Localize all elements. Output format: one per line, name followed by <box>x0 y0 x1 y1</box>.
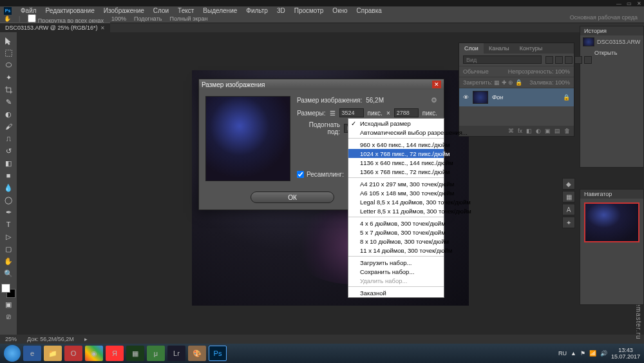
panel-icon-adjust[interactable]: A <box>562 204 575 215</box>
blend-mode-label[interactable]: Обычные <box>463 68 489 75</box>
dropdown-item[interactable]: A6 105 x 148 мм, 300 точек/дюйм <box>348 188 444 197</box>
taskbar-yandex[interactable]: Я <box>106 346 124 361</box>
delete-icon[interactable]: 🗑 <box>564 128 570 134</box>
stamp-tool[interactable]: ⎍ <box>1 133 15 144</box>
menu-edit[interactable]: Редактирование <box>46 7 95 14</box>
dropdown-item[interactable]: Сохранить набор... <box>348 267 444 276</box>
dropdown-item[interactable]: Исходный размер <box>348 119 444 128</box>
tray-sound-icon[interactable]: 🔊 <box>600 350 607 357</box>
fill-value[interactable]: 100% <box>555 79 570 86</box>
resample-checkbox[interactable] <box>297 171 304 178</box>
layer-name[interactable]: Фон <box>492 94 559 101</box>
dodge-tool[interactable]: ◯ <box>1 194 15 206</box>
panel-icon-swatches[interactable]: ▦ <box>562 191 575 202</box>
tab-navigator[interactable]: Навигатор <box>580 190 643 199</box>
taskbar-photoshop[interactable]: Ps <box>209 346 227 361</box>
menu-help[interactable]: Справка <box>357 7 382 14</box>
screenmode-tool[interactable]: ⎚ <box>1 311 15 322</box>
taskbar-explorer[interactable]: 📁 <box>44 346 62 361</box>
document-tab[interactable]: DSC03153.ARW @ 25% (RGB/16*) ✕ <box>0 23 110 32</box>
lasso-tool[interactable] <box>1 59 15 71</box>
eraser-tool[interactable]: ◧ <box>1 157 15 169</box>
dropdown-item[interactable]: 1024 x 768 пикс., 72 пикс./дюйм <box>348 149 444 158</box>
dialog-close-button[interactable]: ✕ <box>432 81 441 88</box>
menu-image[interactable]: Изображение <box>104 7 144 14</box>
dropdown-item[interactable]: 1136 x 640 пикс., 144 пикс./дюйм <box>348 158 444 167</box>
hand-tool-icon[interactable]: ✋ <box>4 15 11 22</box>
start-button[interactable] <box>4 345 21 362</box>
layer-filter-icons[interactable] <box>545 56 592 64</box>
history-brush-tool[interactable]: ↺ <box>1 145 15 157</box>
group-icon[interactable]: ▣ <box>545 128 551 134</box>
taskbar-ie[interactable]: e <box>23 346 41 361</box>
dropdown-item[interactable]: A4 210 x 297 мм, 300 точек/дюйм <box>348 179 444 188</box>
hand-tool[interactable]: ✋ <box>1 255 15 267</box>
dropdown-item[interactable]: Загрузить набор... <box>348 258 444 267</box>
dropdown-item[interactable]: 11 x 14 дюймов, 300 точек/дюйм <box>348 246 444 255</box>
fx-icon[interactable]: fx <box>518 128 522 134</box>
blur-tool[interactable]: 💧 <box>1 182 15 193</box>
dropdown-item[interactable]: 4 x 6 дюймов, 300 точек/дюйм <box>348 219 444 228</box>
dropdown-item[interactable]: Legal 8,5 x 14 дюймов, 300 точек/дюйм <box>348 197 444 206</box>
brush-tool[interactable]: 🖌 <box>1 121 15 132</box>
doc-size[interactable]: Док: 56,2M/56,2M <box>27 336 74 342</box>
new-layer-icon[interactable]: ▤ <box>554 128 560 134</box>
marquee-tool[interactable] <box>1 47 15 59</box>
dropdown-item[interactable]: 8 x 10 дюймов, 300 точек/дюйм <box>348 237 444 246</box>
eyedropper-tool[interactable]: ✎ <box>1 96 15 108</box>
lock-icons[interactable]: ▦ ✚ ⊕ 🔒 <box>494 79 522 86</box>
history-snapshot[interactable]: DSC03153.ARW <box>580 35 643 48</box>
maximize-icon[interactable]: ▭ <box>627 1 632 6</box>
zoom-level[interactable]: 25% <box>5 336 17 342</box>
move-tool[interactable] <box>1 35 15 46</box>
menu-file[interactable]: Файл <box>21 7 37 14</box>
color-swatches[interactable] <box>1 284 15 298</box>
tab-history[interactable]: История <box>580 26 643 35</box>
dropdown-item[interactable]: 1366 x 768 пикс., 72 пикс./дюйм <box>348 167 444 176</box>
visibility-icon[interactable]: 👁 <box>463 94 469 101</box>
navigator-thumb[interactable] <box>584 202 639 242</box>
heal-tool[interactable]: ◐ <box>1 108 15 120</box>
dropdown-item[interactable]: Letter 8,5 x 11 дюймов, 300 точек/дюйм <box>348 206 444 215</box>
text-tool[interactable]: T <box>1 219 15 230</box>
tray-lang[interactable]: RU <box>558 350 567 357</box>
adjustment-icon[interactable]: ◐ <box>536 128 541 134</box>
tab-channels[interactable]: Каналы <box>484 43 515 54</box>
menu-layers[interactable]: Слои <box>153 7 169 14</box>
quickmask-tool[interactable]: ▣ <box>1 299 15 310</box>
full-screen-button[interactable]: Полный экран <box>169 15 207 22</box>
fit-button[interactable]: Подогнать <box>134 15 162 22</box>
tab-paths[interactable]: Контуры <box>515 43 547 54</box>
tray-action-icon[interactable]: ⚑ <box>580 350 585 357</box>
menu-text[interactable]: Текст <box>178 7 194 14</box>
menu-3d[interactable]: 3D <box>277 7 285 14</box>
crop-tool[interactable] <box>1 84 15 95</box>
dropdown-item[interactable]: Заказной <box>348 288 444 297</box>
opacity-value[interactable]: 100% <box>555 68 570 75</box>
link-layers-icon[interactable]: ⌘ <box>508 128 514 134</box>
taskbar-lightroom[interactable]: Lr <box>167 346 185 361</box>
close-icon[interactable]: ✕ <box>637 1 641 6</box>
zoom-100-button[interactable]: 100% <box>111 15 126 22</box>
tab-close-icon[interactable]: ✕ <box>100 25 105 31</box>
shape-tool[interactable]: ▢ <box>1 243 15 255</box>
tray-flag-icon[interactable]: ▲ <box>571 350 576 357</box>
taskbar-app1[interactable]: ▦ <box>126 346 144 361</box>
panel-icon-color[interactable]: ◆ <box>562 178 575 190</box>
pen-tool[interactable]: ✒ <box>1 206 15 218</box>
panel-icon-styles[interactable]: ✦ <box>562 217 575 228</box>
menu-view[interactable]: Просмотр <box>294 7 324 14</box>
dropdown-item[interactable]: 5 x 7 дюймов, 300 точек/дюйм <box>348 228 444 237</box>
minimize-icon[interactable]: — <box>616 1 621 6</box>
layer-kind-select[interactable] <box>463 55 542 64</box>
menu-window[interactable]: Окно <box>332 7 347 14</box>
taskbar-opera[interactable]: O <box>64 346 82 361</box>
tray-network-icon[interactable]: 📶 <box>589 350 596 357</box>
menu-filter[interactable]: Фильтр <box>246 7 268 14</box>
ok-button[interactable]: ОК <box>251 191 334 203</box>
menu-select[interactable]: Выделение <box>203 7 237 14</box>
tray-clock[interactable]: 13:43 15.07.2017 <box>611 347 640 360</box>
dropdown-item[interactable]: 960 x 640 пикс., 144 пикс./дюйм <box>348 140 444 149</box>
tab-layers[interactable]: Слои <box>459 43 484 54</box>
path-tool[interactable]: ▷ <box>1 231 15 242</box>
